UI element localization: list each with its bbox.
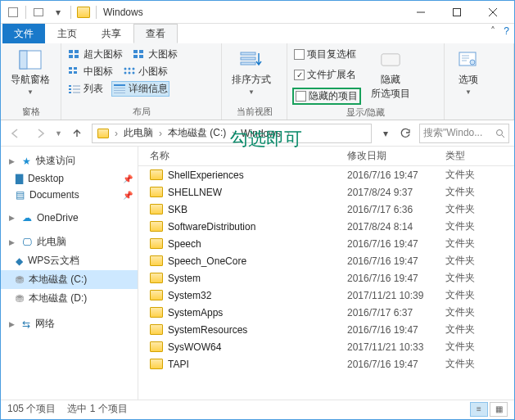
chevron-right-icon[interactable]: › [157,128,164,139]
refresh-icon[interactable] [396,124,414,142]
window-controls [403,1,511,24]
table-row[interactable]: SystemApps2016/7/17 6:37文件夹 [138,304,514,321]
sidebar-desktop[interactable]: ▇Desktop📌 [1,170,138,187]
file-type: 文件夹 [445,254,514,268]
address-dropdown-icon[interactable]: ▾ [377,124,395,142]
desktop-icon: ▇ [16,173,23,184]
navigation-sidebar[interactable]: ▶★快速访问 ▇Desktop📌 ▤Documents📌 ▶☁OneDrive … [1,147,138,400]
sidebar-drive-c[interactable]: ⛃本地磁盘 (C:) [1,270,138,289]
sidebar-quick-access[interactable]: ▶★快速访问 [1,151,138,170]
svg-rect-35 [241,57,255,60]
sidebar-network[interactable]: ▶⇆网络 [1,314,138,333]
separator [70,6,71,19]
layout-extra-large-icons[interactable]: 超大图标 [66,47,124,62]
up-button[interactable] [67,124,87,143]
table-row[interactable]: SKB2016/7/17 6:36文件夹 [138,201,514,218]
table-row[interactable]: SysWOW642017/11/21 10:33文件夹 [138,338,514,355]
group-label-options [449,106,508,118]
folder-icon [150,307,163,318]
qat-properties-icon[interactable] [4,3,22,21]
minimize-button[interactable] [403,1,439,24]
sidebar-documents[interactable]: ▤Documents📌 [1,187,138,203]
grid-icon [133,49,146,61]
chevron-right-icon[interactable]: › [113,128,120,139]
svg-point-18 [124,67,127,70]
table-row[interactable]: ShellExperiences2016/7/16 19:47文件夹 [138,166,514,183]
group-label-show-hide: 显示/隐藏 [292,105,439,119]
column-date[interactable]: 修改日期 [347,149,445,163]
breadcrumb-folder[interactable]: Windows [237,128,284,139]
grid-icon [68,66,81,78]
tab-file[interactable]: 文件 [2,24,45,43]
svg-rect-32 [114,90,125,91]
checkbox-item-checkboxes[interactable]: 项目复选框 [292,47,361,62]
qat-dropdown-icon[interactable]: ▾ [49,3,67,21]
file-date: 2017/11/21 10:39 [347,290,445,301]
file-rows[interactable]: ShellExperiences2016/7/16 19:47文件夹SHELLN… [138,166,514,400]
separator [25,6,26,19]
options-button[interactable]: 选项 ▼ [449,47,487,97]
chevron-right-icon[interactable]: › [230,128,237,139]
svg-point-21 [124,71,127,74]
svg-rect-12 [133,55,138,58]
nav-pane-button[interactable]: 导航窗格 ▼ [6,47,55,97]
breadcrumb[interactable]: › 此电脑 › 本地磁盘 (C:) › Windows › [92,124,372,143]
hide-selected-button[interactable]: 隐藏 所选项目 [366,47,415,102]
layout-list[interactable]: 列表 [66,81,105,97]
breadcrumb-drive[interactable]: 本地磁盘 (C:) [165,126,229,140]
tab-home[interactable]: 主页 [45,24,89,43]
tab-view[interactable]: 查看 [133,24,178,43]
layout-small-icons[interactable]: 小图标 [121,64,169,79]
table-row[interactable]: SystemResources2016/7/16 19:47文件夹 [138,321,514,338]
back-button[interactable] [6,124,25,143]
view-thumbnails-button[interactable]: ▦ [490,402,508,417]
file-type: 文件夹 [445,168,514,182]
options-label: 选项 [459,73,478,87]
history-dropdown-icon[interactable]: ▼ [55,129,62,138]
chevron-down-icon: ▼ [465,88,472,96]
file-date: 2017/11/21 10:33 [347,341,445,353]
checkbox-icon [296,91,306,102]
sidebar-drive-d[interactable]: ⛃本地磁盘 (D:) [1,289,138,308]
layout-details[interactable]: 详细信息 [111,81,169,97]
sidebar-onedrive[interactable]: ▶☁OneDrive [1,210,138,226]
column-name[interactable]: 名称 [138,149,347,163]
close-button[interactable] [475,1,511,24]
table-row[interactable]: System322017/11/21 10:39文件夹 [138,287,514,304]
sort-by-button[interactable]: 排序方式 ▼ [227,47,276,97]
breadcrumb-thispc[interactable]: 此电脑 [120,126,156,140]
maximize-button[interactable] [439,1,475,24]
column-type[interactable]: 类型 [445,149,514,163]
table-row[interactable]: Speech_OneCore2016/7/16 19:47文件夹 [138,252,514,269]
folder-icon [150,255,163,266]
table-row[interactable]: SHELLNEW2017/8/24 9:37文件夹 [138,183,514,201]
table-row[interactable]: System2016/7/16 19:47文件夹 [138,269,514,287]
file-type: 文件夹 [445,323,514,336]
ribbon-group-options: 选项 ▼ [445,43,514,120]
layout-large-icons[interactable]: 大图标 [131,47,179,62]
layout-medium-icons[interactable]: 中图标 [66,64,115,79]
checkbox-hidden-items[interactable]: 隐藏的项目 [296,89,358,103]
table-row[interactable]: SoftwareDistribution2017/8/24 8:14文件夹 [138,218,514,235]
chevron-right-icon[interactable]: › [285,128,291,139]
forward-button[interactable] [30,124,50,143]
file-list-area: 名称 修改日期 类型 ShellExperiences2016/7/16 19:… [138,147,514,400]
file-date: 2016/7/16 19:47 [347,238,445,250]
sidebar-wps[interactable]: ◆WPS云文档 [1,251,138,270]
checkbox-file-extensions[interactable]: ✓文件扩展名 [292,67,361,83]
qat-newfolder-icon[interactable] [29,3,47,21]
sidebar-thispc[interactable]: ▶🖵此电脑 [1,233,138,251]
tab-share[interactable]: 共享 [89,24,133,43]
column-headers[interactable]: 名称 修改日期 类型 [138,147,514,166]
table-row[interactable]: Speech2016/7/16 19:47文件夹 [138,235,514,252]
help-icon[interactable]: ? [504,25,509,37]
hide-selected-label: 隐藏 所选项目 [371,73,410,101]
view-details-button[interactable]: ≡ [470,402,488,417]
table-row[interactable]: TAPI2016/7/16 19:47文件夹 [138,355,514,373]
svg-rect-33 [114,93,125,93]
file-name: Speech_OneCore [168,255,246,267]
svg-rect-13 [139,55,143,58]
address-bar-row: ▼ › 此电脑 › 本地磁盘 (C:) › Windows › ▾ 搜索"Win… [1,120,514,147]
search-input[interactable]: 搜索"Windo... [419,124,509,143]
ribbon-collapse-icon[interactable]: ˄ [490,25,495,37]
